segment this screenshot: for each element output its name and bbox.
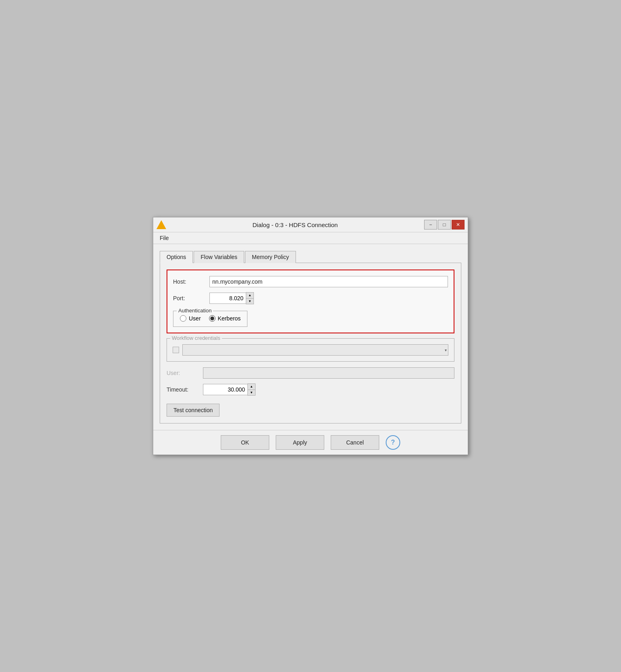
menu-bar: File: [153, 232, 468, 244]
window-title: Dialog - 0:3 - HDFS Connection: [169, 221, 421, 228]
tab-content-options: Host: Port: ▲ ▼: [160, 263, 461, 423]
host-input[interactable]: [209, 276, 448, 287]
workflow-legend: Workflow credentials: [170, 335, 222, 341]
content-area: Options Flow Variables Memory Policy Hos…: [153, 244, 468, 430]
timeout-spinner-buttons: ▲ ▼: [247, 383, 256, 396]
tabs: Options Flow Variables Memory Policy: [160, 251, 461, 263]
auth-user-label: User: [189, 315, 201, 322]
timeout-spinner: ▲ ▼: [203, 383, 256, 396]
workflow-inner: ▾: [173, 344, 448, 356]
port-label: Port:: [173, 295, 209, 301]
timeout-input[interactable]: [203, 384, 247, 395]
workflow-checkbox[interactable]: [173, 347, 179, 353]
port-input[interactable]: [209, 293, 246, 304]
timeout-decrement-button[interactable]: ▼: [248, 390, 255, 395]
workflow-select[interactable]: [182, 344, 448, 356]
apply-button[interactable]: Apply: [276, 435, 324, 450]
user-label: User:: [167, 370, 203, 376]
window-controls: − □ ✕: [424, 220, 465, 230]
help-button[interactable]: ?: [386, 435, 400, 450]
port-spinner: ▲ ▼: [209, 292, 254, 304]
auth-user-option[interactable]: User: [180, 315, 201, 322]
host-label: Host:: [173, 278, 209, 285]
tab-memory-policy[interactable]: Memory Policy: [245, 251, 296, 263]
test-connection-button[interactable]: Test connection: [167, 404, 220, 417]
hdfs-connection-section: Host: Port: ▲ ▼: [167, 270, 454, 333]
auth-group-box: Authentication User Kerberos: [173, 311, 247, 327]
auth-kerberos-radio[interactable]: [209, 315, 215, 322]
user-row: User:: [167, 367, 454, 379]
title-bar: Dialog - 0:3 - HDFS Connection − □ ✕: [153, 217, 468, 232]
close-button[interactable]: ✕: [452, 220, 465, 230]
auth-kerberos-label: Kerberos: [218, 315, 241, 322]
app-icon: [156, 220, 166, 229]
auth-kerberos-option[interactable]: Kerberos: [209, 315, 241, 322]
workflow-select-wrapper: ▾: [182, 344, 448, 356]
ok-button[interactable]: OK: [221, 435, 269, 450]
timeout-increment-button[interactable]: ▲: [248, 384, 255, 390]
auth-legend: Authentication: [177, 308, 213, 314]
file-menu[interactable]: File: [156, 234, 172, 242]
maximize-button[interactable]: □: [438, 220, 451, 230]
host-row: Host:: [173, 276, 448, 287]
port-increment-button[interactable]: ▲: [246, 293, 253, 298]
timeout-row: Timeout: ▲ ▼: [167, 383, 454, 396]
tab-flow-variables[interactable]: Flow Variables: [194, 251, 244, 263]
authentication-section: Authentication User Kerberos: [173, 309, 448, 327]
port-decrement-button[interactable]: ▼: [246, 298, 253, 304]
auth-user-radio[interactable]: [180, 315, 186, 322]
timeout-label: Timeout:: [167, 386, 203, 393]
cancel-button[interactable]: Cancel: [331, 435, 379, 450]
tab-options[interactable]: Options: [160, 251, 193, 263]
footer: OK Apply Cancel ?: [153, 430, 468, 455]
minimize-button[interactable]: −: [424, 220, 437, 230]
port-spinner-buttons: ▲ ▼: [246, 292, 254, 304]
port-row: Port: ▲ ▼: [173, 292, 448, 304]
workflow-credentials-section: Workflow credentials ▾: [167, 338, 454, 362]
user-input[interactable]: [203, 367, 454, 379]
main-window: Dialog - 0:3 - HDFS Connection − □ ✕ Fil…: [153, 217, 468, 455]
